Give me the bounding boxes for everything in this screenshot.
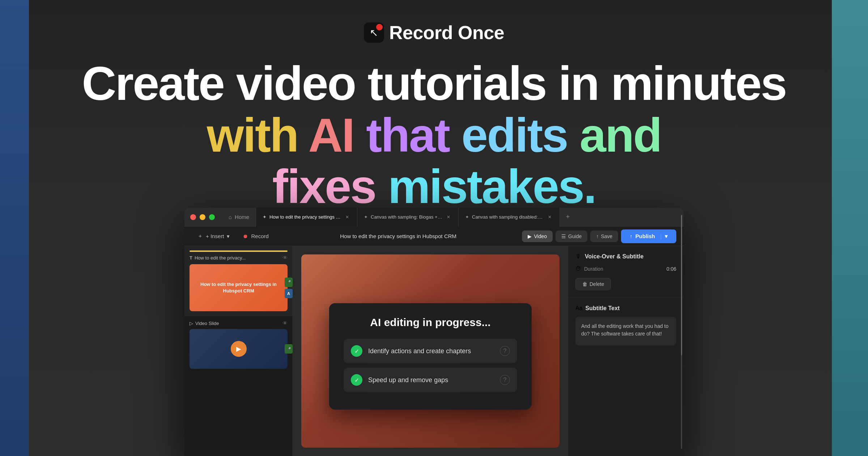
new-tab-button[interactable]: + (561, 211, 574, 224)
text-icon: T (190, 255, 192, 261)
video-label: Video (534, 233, 547, 239)
tab-label-2: Canvas with sampling: Biogas + Chart.js (371, 214, 442, 220)
voice-over-header: 🎙 Voice-Over & Subtitle (575, 253, 676, 260)
tab-home[interactable]: ⌂ Home (222, 208, 256, 227)
publish-label: Publish (635, 233, 655, 239)
canvas-content: AI editing in progress... ✓ Identify act… (300, 253, 561, 449)
subtitle-text-box[interactable]: And all the editing work that you had to… (575, 317, 676, 346)
slide2-mic-ctrl[interactable]: 🎤 (285, 344, 293, 354)
word-mistakes: mistakes. (388, 160, 596, 213)
guide-icon: ☰ (561, 233, 566, 239)
home-icon: ⌂ (229, 214, 232, 220)
hero-headline: Create video tutorials in minutes with A… (82, 58, 786, 213)
slides-panel: T How to edit the privacy... 👁 How to ed… (184, 246, 293, 456)
delete-button[interactable]: 🗑 Delete (575, 278, 611, 290)
tab-close-2[interactable]: ✕ (445, 214, 452, 220)
slide-1-eye-icon[interactable]: 👁 (282, 255, 288, 261)
slide-1-title-row: T How to edit the privacy... (190, 255, 246, 261)
tab-label-3: Canvas with sampling disabled: Chart.js … (472, 214, 544, 220)
insert-button[interactable]: ＋ + Insert ▾ (192, 230, 235, 242)
slide-item-2[interactable]: ▷ Video Slide 👁 ▶ 🎤 (184, 316, 293, 373)
publish-icon: ↑ (630, 233, 633, 239)
guide-view-button[interactable]: ☰ Guide (556, 231, 587, 242)
ai-task-2-check: ✓ (351, 374, 362, 386)
ai-overlay: AI editing in progress... ✓ Identify act… (329, 303, 532, 410)
close-button[interactable] (190, 214, 196, 220)
ai-task-1-label: Identify actions and create chapters (368, 347, 494, 355)
toolbar-right: ▶ Video ☰ Guide ↑ Save ↑ Publish ▾ (522, 229, 676, 243)
insert-chevron: ▾ (227, 233, 230, 240)
publish-button[interactable]: ↑ Publish ▾ (621, 229, 676, 243)
ai-task-2-help[interactable]: ? (500, 375, 510, 385)
publish-dropdown-arrow: ▾ (661, 233, 668, 240)
right-accent (832, 0, 868, 456)
tab-2[interactable]: ✦ Canvas with sampling: Biogas + Chart.j… (357, 208, 459, 227)
slide-2-thumbnail: ▶ (190, 329, 288, 369)
slide-2-header: ▷ Video Slide 👁 (190, 320, 288, 326)
headline-line2: with AI that edits and (82, 110, 786, 161)
slide-2-eye-icon[interactable]: 👁 (282, 320, 288, 326)
headline-line3: fixes mistakes. (82, 161, 786, 213)
clock-icon: ⏱ (575, 266, 581, 272)
brand-logo: ↖ (364, 22, 384, 43)
ai-task-2-label: Speed up and remove gaps (368, 376, 494, 384)
record-dot-icon: ⏺ (243, 233, 248, 239)
subtitle-title: Subtitle Text (586, 305, 620, 312)
trash-icon: 🗑 (582, 281, 587, 287)
word-that: that (354, 109, 461, 162)
save-button[interactable]: ↑ Save (590, 231, 618, 242)
tab-label-1: How to edit the privacy settings in Hubs… (269, 214, 341, 220)
subtitle-icon: Aa (575, 305, 583, 312)
canvas-area: AI editing in progress... ✓ Identify act… (293, 246, 568, 456)
minimize-button[interactable] (200, 214, 205, 220)
tab-close-3[interactable]: ✕ (546, 214, 553, 220)
record-button[interactable]: ⏺ Record (237, 230, 274, 242)
ai-task-2: ✓ Speed up and remove gaps ? (344, 368, 517, 392)
slide-top-bar (190, 250, 288, 252)
delete-label: Delete (590, 281, 604, 287)
toolbar: ＋ + Insert ▾ ⏺ Record How to edit the pr… (184, 227, 684, 246)
subtitle-header: Aa Subtitle Text (575, 305, 676, 312)
home-tab-label: Home (235, 214, 249, 220)
traffic-lights (190, 214, 215, 220)
microphone-icon: 🎙 (575, 253, 581, 260)
save-label: Save (601, 233, 612, 239)
word-edits: edits (461, 109, 567, 162)
video-icon: ▶ (528, 233, 532, 239)
word-and: and (567, 109, 661, 162)
slide-1-header: T How to edit the privacy... 👁 (190, 255, 288, 261)
canvas-slide-background: AI editing in progress... ✓ Identify act… (300, 253, 561, 449)
slide-item-1[interactable]: T How to edit the privacy... 👁 How to ed… (184, 246, 293, 316)
app-window: ⌂ Home ✦ How to edit the privacy setting… (184, 208, 684, 456)
left-accent (0, 0, 29, 456)
record-label: Record (251, 233, 268, 239)
brand-bar: ↖ Record Once (364, 22, 504, 43)
duration-row: ⏱ Duration 0:06 (575, 263, 676, 275)
toolbar-title: How to edit the privacy settings in Hubs… (275, 233, 522, 239)
tab-doc-icon-2: ✦ (364, 214, 368, 220)
logo-red-dot (376, 24, 383, 30)
right-panel: 🎙 Voice-Over & Subtitle ⏱ Duration 0:06 … (568, 246, 684, 456)
duration-value: 0:06 (667, 266, 676, 272)
tab-3[interactable]: ✦ Canvas with sampling disabled: Chart.j… (459, 208, 560, 227)
plus-icon: ＋ (197, 233, 203, 240)
toolbar-left: ＋ + Insert ▾ ⏺ Record (192, 230, 275, 242)
video-view-button[interactable]: ▶ Video (522, 231, 553, 242)
tab-doc-icon-1: ✦ (263, 214, 267, 220)
subtitle-text: And all the editing work that you had to… (581, 323, 668, 337)
voice-over-title: Voice-Over & Subtitle (585, 253, 643, 260)
brand-name: Record Once (389, 22, 504, 43)
save-icon: ↑ (596, 233, 599, 239)
slide-a-ctrl[interactable]: A (285, 289, 293, 298)
video-play-button[interactable]: ▶ (231, 341, 247, 357)
maximize-button[interactable] (209, 214, 215, 220)
ai-overlay-title: AI editing in progress... (344, 316, 517, 329)
insert-label: + Insert (206, 233, 224, 239)
tab-active[interactable]: ✦ How to edit the privacy settings in Hu… (256, 208, 357, 227)
duration-label: Duration (584, 266, 603, 272)
tab-close-1[interactable]: ✕ (344, 214, 350, 220)
slide-1-title: How to edit the privacy... (195, 255, 246, 261)
slide-mic-ctrl[interactable]: 🎤 (285, 278, 293, 287)
voice-over-section: 🎙 Voice-Over & Subtitle ⏱ Duration 0:06 … (568, 246, 684, 298)
ai-task-1-help[interactable]: ? (500, 346, 510, 356)
